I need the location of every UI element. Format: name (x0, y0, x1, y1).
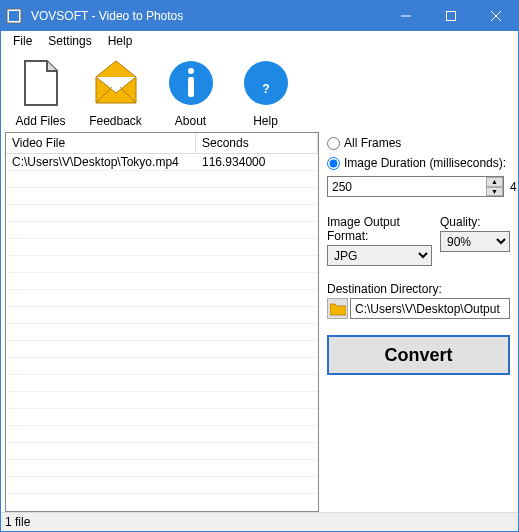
menu-bar: File Settings Help (1, 31, 518, 50)
table-row[interactable]: C:\Users\V\Desktop\Tokyo.mp4 116.934000 (6, 154, 318, 171)
menu-file[interactable]: File (5, 33, 40, 49)
help-button[interactable]: ? Help (228, 52, 303, 130)
menu-help[interactable]: Help (100, 33, 141, 49)
about-button[interactable]: About (153, 52, 228, 130)
maximize-button[interactable] (428, 1, 473, 31)
status-bar: 1 file (1, 512, 518, 531)
column-video-file[interactable]: Video File (6, 133, 196, 153)
title-bar: VOVSOFT - Video to Photos (1, 1, 518, 31)
window-title: VOVSOFT - Video to Photos (27, 9, 383, 23)
add-files-label: Add Files (15, 114, 65, 128)
feedback-label: Feedback (89, 114, 142, 128)
file-grid: Video File Seconds C:\Users\V\Desktop\To… (5, 132, 319, 512)
duration-input[interactable] (328, 177, 486, 196)
options-panel: All Frames Image Duration (milliseconds)… (323, 132, 518, 512)
format-label: Image Output Format: (327, 215, 432, 243)
grid-header: Video File Seconds (6, 133, 318, 154)
app-icon (1, 8, 27, 24)
svg-rect-8 (188, 77, 194, 97)
column-seconds[interactable]: Seconds (196, 133, 318, 153)
spin-up-button[interactable]: ▲ (486, 177, 503, 187)
radio-all-frames[interactable]: All Frames (327, 136, 510, 150)
cell-file: C:\Users\V\Desktop\Tokyo.mp4 (6, 154, 196, 170)
svg-rect-3 (446, 12, 455, 21)
status-text: 1 file (5, 515, 30, 529)
info-icon (162, 54, 220, 112)
destination-label: Destination Directory: (327, 282, 510, 296)
svg-rect-1 (9, 11, 19, 21)
all-frames-label: All Frames (344, 136, 401, 150)
convert-button[interactable]: Convert (327, 335, 510, 375)
minimize-button[interactable] (383, 1, 428, 31)
browse-folder-button[interactable] (327, 298, 348, 319)
quality-select[interactable]: 90% (440, 231, 510, 252)
destination-input[interactable] (350, 298, 510, 319)
envelope-icon (87, 54, 145, 112)
help-label: Help (253, 114, 278, 128)
svg-text:?: ? (262, 82, 269, 96)
all-frames-radio[interactable] (327, 137, 340, 150)
grid-body[interactable]: C:\Users\V\Desktop\Tokyo.mp4 116.934000 (6, 154, 318, 511)
fps-text: 4.00 FPS (510, 180, 519, 194)
quality-label: Quality: (440, 215, 510, 229)
format-select[interactable]: JPG (327, 245, 432, 266)
folder-icon (330, 302, 346, 316)
close-button[interactable] (473, 1, 518, 31)
menu-settings[interactable]: Settings (40, 33, 99, 49)
duration-spinner[interactable]: ▲ ▼ (327, 176, 504, 197)
image-duration-label: Image Duration (milliseconds): (344, 156, 506, 170)
spin-down-button[interactable]: ▼ (486, 187, 503, 197)
about-label: About (175, 114, 206, 128)
cell-seconds: 116.934000 (196, 154, 318, 170)
document-icon (12, 54, 70, 112)
question-icon: ? (237, 54, 295, 112)
toolbar: Add Files Feedback About ? Help (1, 50, 518, 132)
radio-image-duration[interactable]: Image Duration (milliseconds): (327, 156, 510, 170)
svg-point-7 (188, 68, 194, 74)
feedback-button[interactable]: Feedback (78, 52, 153, 130)
add-files-button[interactable]: Add Files (3, 52, 78, 130)
image-duration-radio[interactable] (327, 157, 340, 170)
